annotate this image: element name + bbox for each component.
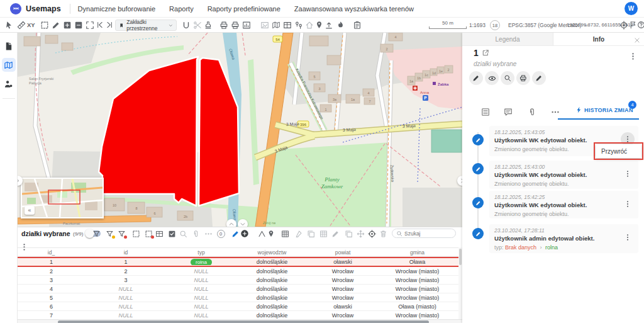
brand[interactable]: Usemaps [0, 3, 70, 14]
table-row-selected[interactable]: 1 1 rolna dolnośląskie oławski Oława [18, 257, 462, 267]
cell[interactable]: 5 [18, 295, 85, 301]
feature-menu-dots-icon[interactable] [629, 50, 638, 59]
table-view-icon[interactable] [154, 229, 164, 239]
cut-tool-icon[interactable] [192, 20, 203, 30]
delete-icon[interactable] [378, 229, 388, 239]
map-snapshot-icon[interactable] [242, 20, 252, 30]
cell[interactable]: Wrocław [308, 295, 377, 301]
visibility-button[interactable] [485, 71, 499, 85]
edit-attributes-button[interactable] [532, 71, 546, 85]
location-pin-icon[interactable] [314, 20, 324, 30]
tab-info[interactable]: Info [553, 33, 644, 45]
subtab-comments-icon[interactable] [504, 106, 513, 115]
table-row[interactable]: 22NULLdolnośląskieWrocławWrocław (miasto… [18, 267, 462, 276]
scrollbar-thumb[interactable] [58, 320, 429, 323]
overview-minimap[interactable]: « [21, 178, 104, 218]
menu-advanced-search[interactable]: Zaawansowana wyszukiwarka terenów [294, 5, 414, 13]
subtab-attributes-icon[interactable] [481, 106, 491, 115]
add-feature-icon[interactable] [240, 229, 250, 239]
home-icon[interactable] [304, 20, 314, 30]
help-icon[interactable] [636, 20, 644, 30]
export-stamp-icon[interactable] [203, 20, 213, 30]
table-row[interactable]: 5NULLNULLdolnośląskieWrocławWrocław (mia… [18, 293, 462, 302]
open-external-icon[interactable] [482, 49, 489, 57]
subtab-more-icon[interactable] [551, 106, 560, 115]
cell[interactable]: dolnośląskie [236, 303, 308, 310]
history-entry[interactable]: 23.10.2024, 17:28:11 Użytkownik admin ed… [489, 224, 638, 253]
cell[interactable]: Wrocław (miasto) [377, 286, 457, 292]
xy-tool[interactable]: XY [27, 20, 35, 30]
cell[interactable]: 2 [18, 268, 85, 275]
box-select-icon[interactable] [40, 20, 50, 30]
cell[interactable]: dolnośląskie [236, 277, 308, 283]
table-horizontal-scrollbar[interactable] [18, 319, 462, 323]
cell[interactable]: 1 [85, 259, 167, 265]
zoom-to-selection-icon[interactable] [178, 229, 188, 239]
cell[interactable]: Wrocław (miasto) [377, 268, 457, 275]
col-header-id[interactable]: id [85, 249, 167, 256]
menu-dynamic-buffering[interactable]: Dynamiczne buforowanie [78, 5, 156, 13]
user-avatar[interactable]: W [625, 2, 638, 15]
add-point-icon[interactable] [266, 229, 276, 239]
cell[interactable]: NULL [167, 286, 236, 292]
cell[interactable]: Oława (miasto) [377, 303, 457, 310]
cell[interactable]: dolnośląskie [236, 312, 308, 319]
cell[interactable]: NULL [167, 268, 236, 275]
cell[interactable]: 7 [18, 312, 85, 319]
edit-attributes-icon[interactable] [330, 229, 340, 239]
style-brush-icon[interactable] [293, 229, 303, 239]
panel-collapse-up-button[interactable] [226, 219, 236, 227]
full-extent-icon[interactable] [85, 20, 95, 30]
tab-legenda[interactable]: Legenda [462, 33, 553, 45]
cell[interactable]: NULL [167, 303, 236, 310]
sidebar-map-layers-icon[interactable] [2, 58, 16, 72]
filter-attributes-icon[interactable] [104, 229, 114, 239]
cell[interactable]: 4 [18, 286, 85, 292]
cell[interactable]: dolnośląskie [236, 286, 308, 292]
clipboard-icon[interactable] [352, 20, 362, 30]
col-header-typ[interactable]: typ [167, 249, 236, 256]
print-button[interactable] [516, 71, 530, 85]
cell[interactable]: Wrocław [308, 268, 377, 275]
close-icon[interactable] [634, 34, 641, 42]
move-feature-icon[interactable] [355, 229, 365, 239]
cell[interactable]: NULL [167, 277, 236, 283]
menu-predefined-reports[interactable]: Raporty predefiniowane [208, 5, 280, 13]
duplicate-icon[interactable] [343, 229, 353, 239]
print-template-icon[interactable] [230, 20, 240, 30]
union-tool-icon[interactable] [181, 20, 191, 30]
cell[interactable]: Wrocław [308, 312, 377, 319]
table-map-icon[interactable] [282, 20, 292, 30]
cell[interactable]: NULL [85, 286, 167, 292]
cell[interactable]: oławski [308, 303, 377, 310]
subtab-attachments-icon[interactable] [528, 106, 537, 115]
col-header-powiat[interactable]: powiat [308, 249, 377, 256]
deselect-box-icon[interactable] [143, 229, 153, 239]
menu-reports[interactable]: Raporty [169, 5, 194, 13]
table-search-input[interactable] [404, 230, 448, 237]
zoom-in-box-icon[interactable] [62, 20, 72, 30]
cell-typ-pill[interactable]: rolna [167, 259, 236, 265]
map-route-icon[interactable] [271, 20, 281, 30]
edit-button[interactable] [469, 71, 483, 85]
upload-icon[interactable] [324, 20, 334, 30]
history-entry-menu-icon[interactable] [621, 167, 635, 181]
cell[interactable]: 1 [18, 259, 85, 265]
filter-clear-icon[interactable] [116, 229, 126, 239]
heatmap-flame-icon[interactable] [335, 20, 345, 30]
measure-tool-icon[interactable] [16, 20, 26, 30]
col-header-gmina[interactable]: gmina [377, 249, 457, 256]
table-config-icon[interactable] [318, 229, 328, 239]
image-layer-icon[interactable] [260, 20, 270, 30]
cell[interactable]: NULL [167, 312, 236, 319]
cell[interactable]: dolnośląskie [236, 268, 308, 275]
spatial-bookmarks-button[interactable]: Zakładki przestrzenne [115, 20, 177, 31]
cell[interactable]: Wrocław (miasto) [377, 312, 457, 319]
cell[interactable]: 2 [85, 268, 167, 275]
cell[interactable]: Wrocław [308, 286, 377, 292]
zoom-out-box-icon[interactable] [74, 20, 84, 30]
cell[interactable]: 6 [18, 303, 85, 310]
zoom-to-button[interactable] [501, 71, 514, 85]
draw-icon[interactable] [51, 20, 61, 30]
vertex-tool-icon[interactable] [257, 229, 267, 239]
